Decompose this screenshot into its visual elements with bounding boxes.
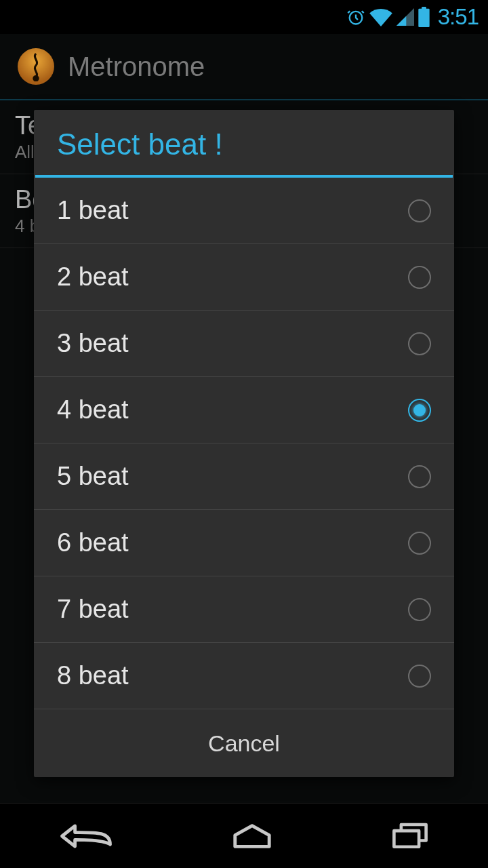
battery-icon <box>418 7 430 27</box>
navigation-bar <box>0 803 488 868</box>
beat-option-label: 1 beat <box>57 196 129 225</box>
home-button[interactable] <box>231 822 273 850</box>
beat-option-label: 7 beat <box>57 595 129 624</box>
beat-option[interactable]: 1 beat <box>34 178 454 244</box>
beat-option[interactable]: 8 beat <box>34 643 454 709</box>
back-button[interactable] <box>58 822 114 850</box>
beat-option-label: 2 beat <box>57 262 129 292</box>
svg-rect-2 <box>422 7 426 9</box>
dialog-footer: Cancel <box>34 709 454 777</box>
radio-icon <box>408 266 431 289</box>
beat-option[interactable]: 4 beat <box>34 377 454 443</box>
beat-option[interactable]: 7 beat <box>34 576 454 643</box>
radio-icon <box>408 532 431 555</box>
beat-option-label: 4 beat <box>57 395 129 425</box>
app-icon <box>18 48 54 85</box>
cancel-button[interactable]: Cancel <box>208 730 280 757</box>
app-title: Metronome <box>68 52 205 82</box>
beat-option[interactable]: 5 beat <box>34 443 454 510</box>
radio-icon <box>408 665 431 688</box>
beat-option-label: 3 beat <box>57 329 129 358</box>
svg-rect-4 <box>394 831 419 847</box>
radio-icon <box>408 465 431 488</box>
alarm-icon <box>346 7 365 26</box>
radio-icon <box>408 399 431 422</box>
beat-option-label: 5 beat <box>57 462 129 491</box>
dialog-title: Select beat ! <box>34 110 454 175</box>
beat-option[interactable]: 3 beat <box>34 311 454 377</box>
radio-icon <box>408 199 431 222</box>
beat-option[interactable]: 2 beat <box>34 244 454 311</box>
cell-signal-icon <box>396 8 414 26</box>
recent-apps-button[interactable] <box>390 822 430 850</box>
svg-rect-1 <box>418 9 429 27</box>
app-screen: Metronome Tempo Allegro Beat 4 beat Sele… <box>0 34 488 803</box>
radio-icon <box>408 598 431 621</box>
beat-option-label: 6 beat <box>57 528 129 557</box>
svg-point-3 <box>34 76 38 80</box>
radio-icon <box>408 332 431 355</box>
beat-option[interactable]: 6 beat <box>34 510 454 576</box>
status-bar: 3:51 <box>0 0 488 34</box>
app-header: Metronome <box>0 34 488 100</box>
status-time: 3:51 <box>438 4 479 30</box>
dialog-options-list: 1 beat2 beat3 beat4 beat5 beat6 beat7 be… <box>34 178 454 709</box>
beat-option-label: 8 beat <box>57 661 129 690</box>
select-beat-dialog: Select beat ! 1 beat2 beat3 beat4 beat5 … <box>34 110 454 777</box>
wifi-icon <box>369 7 392 26</box>
